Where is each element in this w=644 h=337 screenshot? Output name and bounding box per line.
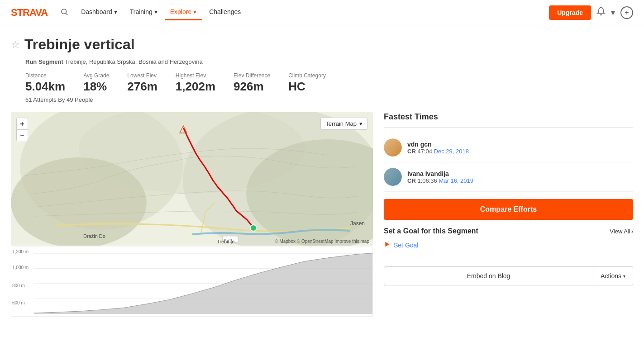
stats-row: Distance 5.04km Avg Grade 18% Lowest Ele… xyxy=(25,72,633,94)
athlete-1-time: 47:04 xyxy=(417,148,432,155)
nav-explore[interactable]: Explore ▾ xyxy=(165,5,202,20)
athlete-1-cr: CR 47:04 Dec 29, 2018 xyxy=(407,148,469,155)
segment-subtitle: Run Segment Trebinje, Republika Srpska, … xyxy=(25,58,633,65)
bell-icon[interactable] xyxy=(596,7,606,18)
zoom-out-button[interactable]: − xyxy=(16,129,28,141)
cr-label-2: CR xyxy=(407,177,416,184)
main-content: ☆ Trebinje vertical Run Segment Trebinje… xyxy=(0,25,644,317)
improve-map-link[interactable]: Improve this map xyxy=(334,239,369,244)
goal-title: Set a Goal for this Segment xyxy=(384,227,478,235)
attempts-text: 61 Attempts By 49 People xyxy=(25,96,633,103)
title-area: ☆ Trebinje vertical xyxy=(11,36,633,53)
view-all-chevron: › xyxy=(631,228,633,235)
stat-elev-diff: Elev Difference 926m xyxy=(234,72,270,94)
athlete-1-info: vdn gcn CR 47:04 Dec 29, 2018 xyxy=(407,141,469,155)
content-area: Grkavica Jasen Dražin Do Trebinje Kralja… xyxy=(11,112,633,317)
elev-label-1000: 1,000 m xyxy=(12,265,29,270)
compare-efforts-button[interactable]: Compare Efforts xyxy=(384,199,633,220)
svg-line-1 xyxy=(66,13,67,14)
time-entry-1: vdn gcn CR 47:04 Dec 29, 2018 xyxy=(384,133,633,162)
cr-label-1: CR xyxy=(407,148,416,155)
segment-type: Run Segment xyxy=(25,58,63,65)
terrain-map-label: Terrain Map xyxy=(325,120,357,127)
search-icon[interactable] xyxy=(60,8,68,17)
view-all-link[interactable]: View All › xyxy=(610,228,633,235)
nav-right: Upgrade ▾ + xyxy=(549,5,633,20)
svg-point-11 xyxy=(250,225,257,231)
athlete-1-name[interactable]: vdn gcn xyxy=(407,141,469,148)
elev-label-1200: 1,200 m xyxy=(12,249,29,254)
set-goal-text: Set Goal xyxy=(394,242,418,249)
svg-text:M-20: M-20 xyxy=(224,238,232,242)
athlete-2-date[interactable]: Mar 16, 2019 xyxy=(439,177,473,184)
athlete-2-time: 1:06:36 xyxy=(417,177,437,184)
map-attribution: © Mapbox © OpenStreetMap Improve this ma… xyxy=(275,239,369,244)
actions-chevron-icon: ▾ xyxy=(623,274,625,279)
time-entry-2: Ivana Ivandija CR 1:06:36 Mar 16, 2019 xyxy=(384,162,633,192)
upgrade-button[interactable]: Upgrade xyxy=(549,5,591,20)
nav-links: Dashboard ▾ Training ▾ Explore ▾ Challen… xyxy=(76,5,549,20)
goal-section: Set a Goal for this Segment View All › S… xyxy=(384,227,633,250)
stat-lowest-elev: Lowest Elev 276m xyxy=(127,72,157,94)
user-menu-chevron[interactable]: ▾ xyxy=(611,8,615,18)
map-controls: + − xyxy=(16,118,28,141)
nav-dashboard[interactable]: Dashboard ▾ xyxy=(76,5,123,20)
actions-button[interactable]: Actions ▾ xyxy=(593,266,633,285)
map-svg: Grkavica Jasen Dražin Do Trebinje Kralja… xyxy=(11,112,373,246)
segment-title: Trebinje vertical xyxy=(24,36,135,53)
svg-text:Jasen: Jasen xyxy=(350,220,365,227)
athlete-1-date[interactable]: Dec 29, 2018 xyxy=(434,148,469,155)
athlete-2-avatar-img xyxy=(384,168,402,186)
goal-header: Set a Goal for this Segment View All › xyxy=(384,227,633,235)
athlete-2-info: Ivana Ivandija CR 1:06:36 Mar 16, 2019 xyxy=(407,170,473,184)
nav-challenges[interactable]: Challenges xyxy=(204,5,246,20)
svg-point-6 xyxy=(11,157,147,246)
stat-distance: Distance 5.04km xyxy=(25,72,65,94)
elevation-chart: 1,200 m 1,000 m 800 m 600 m xyxy=(11,247,373,317)
map-chart-column: Grkavica Jasen Dražin Do Trebinje Kralja… xyxy=(11,112,373,317)
stat-climb-cat: Climb Category HC xyxy=(288,72,326,94)
athlete-1-avatar xyxy=(384,138,402,157)
embed-on-blog-button[interactable]: Embed on Blog xyxy=(384,266,593,285)
right-panel: Fastest Times vdn gcn CR 47:04 Dec 29, 2… xyxy=(384,112,633,317)
elevation-svg xyxy=(11,247,372,316)
athlete-2-name[interactable]: Ivana Ivandija xyxy=(407,170,473,177)
zoom-in-button[interactable]: + xyxy=(16,118,28,129)
strava-chevron-icon xyxy=(384,241,391,250)
fastest-times-title: Fastest Times xyxy=(384,112,633,128)
svg-marker-25 xyxy=(385,242,389,247)
segment-location: Trebinje, Republika Srpska, Bosnia and H… xyxy=(65,58,202,65)
athlete-1-avatar-img xyxy=(384,138,402,157)
svg-text:Dražin Do: Dražin Do xyxy=(83,233,105,239)
strava-logo: STRAVA xyxy=(11,7,48,19)
elev-label-600: 600 m xyxy=(12,300,25,305)
stat-highest-elev: Highest Elev 1,202m xyxy=(176,72,215,94)
athlete-2-avatar xyxy=(384,168,402,186)
star-icon[interactable]: ☆ xyxy=(11,39,20,51)
map-container[interactable]: Grkavica Jasen Dražin Do Trebinje Kralja… xyxy=(11,112,373,246)
navbar: STRAVA Dashboard ▾ Training ▾ Explore ▾ … xyxy=(0,0,644,25)
set-goal-link[interactable]: Set Goal xyxy=(384,241,633,250)
terrain-dropdown-arrow: ▾ xyxy=(359,120,363,127)
action-row: Embed on Blog Actions ▾ xyxy=(384,259,633,285)
actions-label: Actions xyxy=(601,272,621,280)
terrain-map-dropdown[interactable]: Terrain Map ▾ xyxy=(320,118,367,130)
elev-label-800: 800 m xyxy=(12,283,25,288)
nav-training[interactable]: Training ▾ xyxy=(124,5,163,20)
athlete-2-cr: CR 1:06:36 Mar 16, 2019 xyxy=(407,177,473,184)
stat-avg-grade: Avg Grade 18% xyxy=(83,72,109,94)
create-activity-icon[interactable]: + xyxy=(620,6,633,19)
